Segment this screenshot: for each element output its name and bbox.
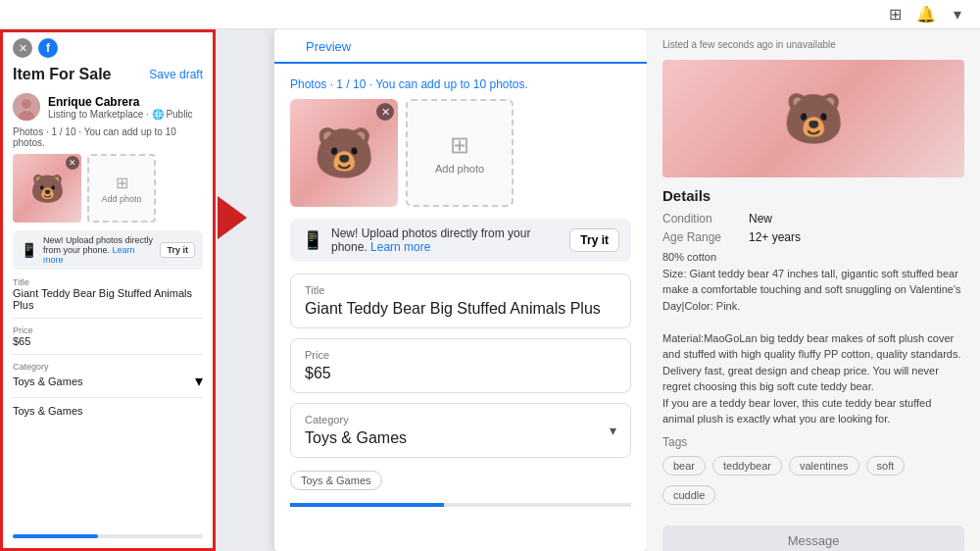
photos-header-text: Photos · 1 / 10 · You can add up to 10 p… [290,77,528,91]
preview-progress-bar [290,503,631,507]
photos-preview-row: 🐻 ✕ ⊞ Add photo [290,99,631,207]
category-tag-preview-container: Toys & Games [290,468,631,493]
upload-banner-small: 📱 New! Upload photos directly from your … [13,230,203,270]
category-dropdown-icon: ▾ [610,423,616,438]
tab-preview[interactable]: Preview [290,29,367,64]
tag-bear[interactable]: bear [662,456,706,476]
price-field-small: Price $65 [3,322,213,351]
category-tag-small: Toys & Games [3,401,213,421]
teddy-bear-preview: 🐻 [314,125,374,181]
detail-value-age: 12+ years [749,230,801,244]
bell-icon[interactable]: 🔔 [915,4,937,25]
divider-2 [13,354,203,355]
progress-bar-fill-small [13,534,98,538]
remove-photo-button[interactable]: ✕ [66,156,79,170]
grid-icon[interactable]: ⊞ [884,4,906,25]
detail-key-age: Age Range [662,230,741,244]
photo-preview-thumb: 🐻 ✕ [290,99,398,207]
category-card-value: Toys & Games [305,429,407,447]
user-name: Enrique Cabrera [48,95,193,109]
dropdown-icon-small: ▾ [195,372,203,390]
user-listing: Listing to Marketplace · 🌐 Public [48,109,193,120]
title-card[interactable]: Title Giant Teddy Bear Big Stuffed Anima… [290,274,631,328]
try-it-button-preview[interactable]: Try it [569,228,619,252]
price-card-value: $65 [305,365,616,382]
title-label-small: Title [13,277,203,287]
photos-label-small: Photos · 1 / 10 · You can add up to 10 p… [3,125,213,150]
save-draft-button[interactable]: Save draft [149,68,203,81]
preview-progress-fill [290,503,444,507]
title-value-small: Giant Teddy Bear Big Stuffed Animals Plu… [13,287,203,311]
title-card-label: Title [305,284,616,296]
user-info: Enrique Cabrera Listing to Marketplace ·… [3,89,213,125]
progress-bar-container-small [13,534,203,538]
left-panel-header: Item For Sale Save draft [3,64,213,89]
phone-icon-preview: 📱 [302,229,323,251]
add-photo-button-small[interactable]: ⊞ Add photo [87,154,156,223]
divider-3 [13,397,203,398]
learn-more-link-preview[interactable]: Learn more [370,240,430,254]
add-photo-preview-text: Add photo [435,163,484,175]
chevron-down-icon[interactable]: ▾ [947,4,968,25]
avatar [13,93,40,121]
category-label-small: Category [13,362,203,372]
tag-cuddle[interactable]: cuddle [662,485,715,505]
message-button[interactable]: Message [662,526,964,552]
panel-title: Item For Sale [13,66,111,83]
user-details: Enrique Cabrera Listing to Marketplace ·… [48,95,193,120]
teddy-bear-icon: 🐻 [30,173,65,205]
price-card[interactable]: Price $65 [290,338,631,393]
category-value-small: Toys & Games [13,376,83,387]
detail-row-age: Age Range 12+ years [662,230,964,244]
category-card-label: Category [305,414,407,426]
close-button[interactable]: ✕ [13,38,32,58]
photos-section-header: Photos · 1 / 10 · You can add up to 10 p… [290,77,631,91]
photo-thumbnail: 🐻 ✕ [13,154,81,223]
upload-banner-preview: 📱 New! Upload photos directly from your … [290,219,631,262]
facebook-icon: f [38,38,58,58]
add-photo-preview-icon: ⊞ [450,131,469,159]
details-title: Details [662,187,964,204]
tags-chip-row: bear teddybear valentines soft cuddle [662,453,964,508]
top-bar-icons: ⊞ 🔔 ▾ [884,4,968,25]
listing-intro: Listed a few seconds ago in unavailable [662,39,964,50]
tags-title: Tags [662,435,964,449]
preview-tab: Preview [274,29,647,64]
upload-text-small: New! Upload photos directly from your ph… [43,235,154,265]
product-description: 80% cotton Size: Giant teddy bear 47 inc… [662,249,964,427]
detail-row-condition: Condition New [662,212,964,225]
title-card-value: Giant Teddy Bear Big Stuffed Animals Plu… [305,300,616,318]
remove-photo-button-preview[interactable]: ✕ [376,103,394,121]
add-photo-label-small: Add photo [101,194,141,204]
category-card[interactable]: Category Toys & Games ▾ [290,403,631,458]
phone-icon-small: 📱 [21,242,37,258]
svg-point-1 [22,99,31,109]
tag-valentines[interactable]: valentines [789,456,859,476]
arrow-shape [218,196,247,239]
tag-soft[interactable]: soft [866,456,906,476]
category-select-row[interactable]: Toys & Games ▾ [13,372,203,390]
add-photo-button-preview[interactable]: ⊞ Add photo [406,99,514,207]
category-tag-value-small: Toys & Games [13,405,203,417]
left-panel-top: ✕ f [3,32,213,64]
details-list: Condition New Age Range 12+ years [662,212,964,244]
category-field-small: Category Toys & Games ▾ [3,358,213,394]
detail-value-condition: New [749,212,772,225]
left-form-panel: ✕ f Item For Sale Save draft Enrique Cab… [0,29,216,551]
product-image: 🐻 [662,60,964,177]
arrow-right [218,196,247,239]
price-label-small: Price [13,326,203,335]
preview-content: Photos · 1 / 10 · You can add up to 10 p… [274,64,647,551]
add-photo-icon: ⊞ [116,174,128,192]
price-value-small: $65 [13,335,203,347]
category-card-left: Category Toys & Games [305,414,407,447]
tag-teddybear[interactable]: teddybear [712,456,782,476]
preview-panel: Preview Photos · 1 / 10 · You can add up… [274,29,647,551]
detail-key-condition: Condition [662,212,741,225]
try-it-button-small[interactable]: Try it [160,242,195,258]
top-bar: ⊞ 🔔 ▾ [0,0,980,29]
title-field-small: Title Giant Teddy Bear Big Stuffed Anima… [3,274,213,315]
right-detail-panel: Listed a few seconds ago in unavailable … [647,29,980,551]
category-tag-chip[interactable]: Toys & Games [290,471,382,490]
upload-text-preview: New! Upload photos directly from your ph… [331,226,562,254]
